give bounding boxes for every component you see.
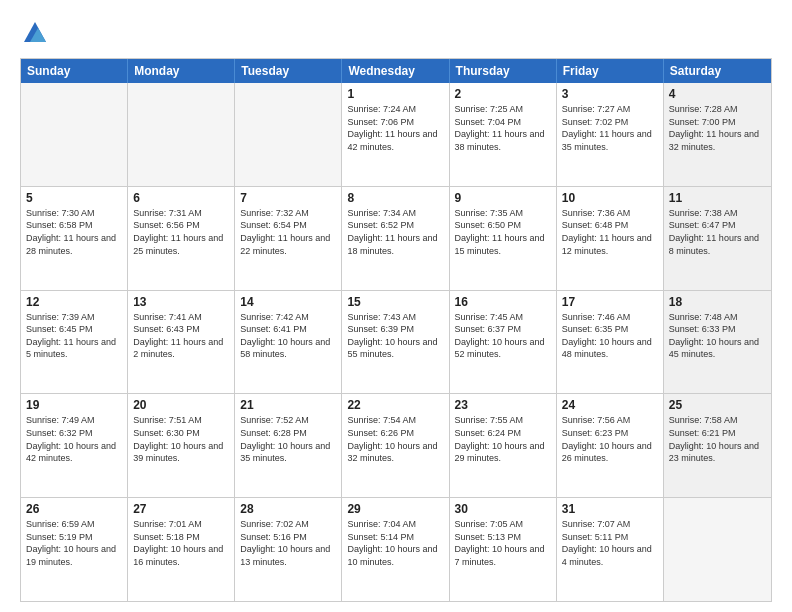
day-number: 17 <box>562 295 658 309</box>
day-number: 28 <box>240 502 336 516</box>
day-number: 3 <box>562 87 658 101</box>
day-cell-4: 4Sunrise: 7:28 AMSunset: 7:00 PMDaylight… <box>664 83 771 186</box>
day-cell-22: 22Sunrise: 7:54 AMSunset: 6:26 PMDayligh… <box>342 394 449 497</box>
day-info: Sunrise: 7:58 AMSunset: 6:21 PMDaylight:… <box>669 414 766 464</box>
weekday-header-tuesday: Tuesday <box>235 59 342 83</box>
day-info: Sunrise: 7:02 AMSunset: 5:16 PMDaylight:… <box>240 518 336 568</box>
day-number: 4 <box>669 87 766 101</box>
day-cell-14: 14Sunrise: 7:42 AMSunset: 6:41 PMDayligh… <box>235 291 342 394</box>
logo-icon <box>20 18 50 48</box>
day-cell-8: 8Sunrise: 7:34 AMSunset: 6:52 PMDaylight… <box>342 187 449 290</box>
day-number: 18 <box>669 295 766 309</box>
day-cell-21: 21Sunrise: 7:52 AMSunset: 6:28 PMDayligh… <box>235 394 342 497</box>
day-info: Sunrise: 7:30 AMSunset: 6:58 PMDaylight:… <box>26 207 122 257</box>
day-info: Sunrise: 7:39 AMSunset: 6:45 PMDaylight:… <box>26 311 122 361</box>
day-info: Sunrise: 7:56 AMSunset: 6:23 PMDaylight:… <box>562 414 658 464</box>
weekday-header-wednesday: Wednesday <box>342 59 449 83</box>
day-number: 31 <box>562 502 658 516</box>
day-number: 16 <box>455 295 551 309</box>
day-number: 1 <box>347 87 443 101</box>
day-number: 20 <box>133 398 229 412</box>
day-info: Sunrise: 7:24 AMSunset: 7:06 PMDaylight:… <box>347 103 443 153</box>
day-cell-9: 9Sunrise: 7:35 AMSunset: 6:50 PMDaylight… <box>450 187 557 290</box>
day-cell-3: 3Sunrise: 7:27 AMSunset: 7:02 PMDaylight… <box>557 83 664 186</box>
day-cell-26: 26Sunrise: 6:59 AMSunset: 5:19 PMDayligh… <box>21 498 128 601</box>
day-number: 8 <box>347 191 443 205</box>
day-cell-15: 15Sunrise: 7:43 AMSunset: 6:39 PMDayligh… <box>342 291 449 394</box>
day-number: 25 <box>669 398 766 412</box>
day-number: 29 <box>347 502 443 516</box>
day-number: 26 <box>26 502 122 516</box>
day-cell-24: 24Sunrise: 7:56 AMSunset: 6:23 PMDayligh… <box>557 394 664 497</box>
weekday-header-saturday: Saturday <box>664 59 771 83</box>
calendar-row-4: 19Sunrise: 7:49 AMSunset: 6:32 PMDayligh… <box>21 393 771 497</box>
day-info: Sunrise: 7:28 AMSunset: 7:00 PMDaylight:… <box>669 103 766 153</box>
empty-cell <box>664 498 771 601</box>
day-info: Sunrise: 7:42 AMSunset: 6:41 PMDaylight:… <box>240 311 336 361</box>
day-cell-31: 31Sunrise: 7:07 AMSunset: 5:11 PMDayligh… <box>557 498 664 601</box>
day-cell-28: 28Sunrise: 7:02 AMSunset: 5:16 PMDayligh… <box>235 498 342 601</box>
day-number: 19 <box>26 398 122 412</box>
weekday-header-sunday: Sunday <box>21 59 128 83</box>
weekday-header-thursday: Thursday <box>450 59 557 83</box>
day-info: Sunrise: 7:38 AMSunset: 6:47 PMDaylight:… <box>669 207 766 257</box>
day-info: Sunrise: 7:48 AMSunset: 6:33 PMDaylight:… <box>669 311 766 361</box>
day-cell-30: 30Sunrise: 7:05 AMSunset: 5:13 PMDayligh… <box>450 498 557 601</box>
day-cell-11: 11Sunrise: 7:38 AMSunset: 6:47 PMDayligh… <box>664 187 771 290</box>
day-info: Sunrise: 7:04 AMSunset: 5:14 PMDaylight:… <box>347 518 443 568</box>
day-number: 7 <box>240 191 336 205</box>
day-cell-20: 20Sunrise: 7:51 AMSunset: 6:30 PMDayligh… <box>128 394 235 497</box>
day-info: Sunrise: 7:49 AMSunset: 6:32 PMDaylight:… <box>26 414 122 464</box>
day-number: 22 <box>347 398 443 412</box>
day-cell-7: 7Sunrise: 7:32 AMSunset: 6:54 PMDaylight… <box>235 187 342 290</box>
day-number: 2 <box>455 87 551 101</box>
day-number: 10 <box>562 191 658 205</box>
day-number: 13 <box>133 295 229 309</box>
day-cell-2: 2Sunrise: 7:25 AMSunset: 7:04 PMDaylight… <box>450 83 557 186</box>
day-cell-1: 1Sunrise: 7:24 AMSunset: 7:06 PMDaylight… <box>342 83 449 186</box>
calendar-row-2: 5Sunrise: 7:30 AMSunset: 6:58 PMDaylight… <box>21 186 771 290</box>
day-number: 6 <box>133 191 229 205</box>
day-info: Sunrise: 7:34 AMSunset: 6:52 PMDaylight:… <box>347 207 443 257</box>
day-number: 11 <box>669 191 766 205</box>
day-info: Sunrise: 7:45 AMSunset: 6:37 PMDaylight:… <box>455 311 551 361</box>
day-cell-10: 10Sunrise: 7:36 AMSunset: 6:48 PMDayligh… <box>557 187 664 290</box>
day-info: Sunrise: 7:32 AMSunset: 6:54 PMDaylight:… <box>240 207 336 257</box>
calendar-row-5: 26Sunrise: 6:59 AMSunset: 5:19 PMDayligh… <box>21 497 771 601</box>
day-cell-27: 27Sunrise: 7:01 AMSunset: 5:18 PMDayligh… <box>128 498 235 601</box>
day-number: 15 <box>347 295 443 309</box>
day-info: Sunrise: 7:52 AMSunset: 6:28 PMDaylight:… <box>240 414 336 464</box>
day-cell-29: 29Sunrise: 7:04 AMSunset: 5:14 PMDayligh… <box>342 498 449 601</box>
day-cell-6: 6Sunrise: 7:31 AMSunset: 6:56 PMDaylight… <box>128 187 235 290</box>
day-number: 30 <box>455 502 551 516</box>
day-info: Sunrise: 7:51 AMSunset: 6:30 PMDaylight:… <box>133 414 229 464</box>
day-info: Sunrise: 7:07 AMSunset: 5:11 PMDaylight:… <box>562 518 658 568</box>
calendar-header: SundayMondayTuesdayWednesdayThursdayFrid… <box>21 59 771 83</box>
day-info: Sunrise: 7:54 AMSunset: 6:26 PMDaylight:… <box>347 414 443 464</box>
day-cell-12: 12Sunrise: 7:39 AMSunset: 6:45 PMDayligh… <box>21 291 128 394</box>
day-cell-25: 25Sunrise: 7:58 AMSunset: 6:21 PMDayligh… <box>664 394 771 497</box>
day-info: Sunrise: 7:31 AMSunset: 6:56 PMDaylight:… <box>133 207 229 257</box>
day-number: 14 <box>240 295 336 309</box>
page: SundayMondayTuesdayWednesdayThursdayFrid… <box>0 0 792 612</box>
day-number: 24 <box>562 398 658 412</box>
calendar-row-1: 1Sunrise: 7:24 AMSunset: 7:06 PMDaylight… <box>21 83 771 186</box>
logo <box>20 16 54 48</box>
day-cell-13: 13Sunrise: 7:41 AMSunset: 6:43 PMDayligh… <box>128 291 235 394</box>
empty-cell <box>235 83 342 186</box>
day-number: 12 <box>26 295 122 309</box>
calendar-body: 1Sunrise: 7:24 AMSunset: 7:06 PMDaylight… <box>21 83 771 601</box>
day-cell-18: 18Sunrise: 7:48 AMSunset: 6:33 PMDayligh… <box>664 291 771 394</box>
day-number: 5 <box>26 191 122 205</box>
weekday-header-friday: Friday <box>557 59 664 83</box>
day-number: 23 <box>455 398 551 412</box>
calendar-row-3: 12Sunrise: 7:39 AMSunset: 6:45 PMDayligh… <box>21 290 771 394</box>
header <box>20 16 772 48</box>
day-info: Sunrise: 7:36 AMSunset: 6:48 PMDaylight:… <box>562 207 658 257</box>
day-cell-16: 16Sunrise: 7:45 AMSunset: 6:37 PMDayligh… <box>450 291 557 394</box>
day-cell-19: 19Sunrise: 7:49 AMSunset: 6:32 PMDayligh… <box>21 394 128 497</box>
empty-cell <box>21 83 128 186</box>
day-number: 27 <box>133 502 229 516</box>
day-info: Sunrise: 6:59 AMSunset: 5:19 PMDaylight:… <box>26 518 122 568</box>
empty-cell <box>128 83 235 186</box>
